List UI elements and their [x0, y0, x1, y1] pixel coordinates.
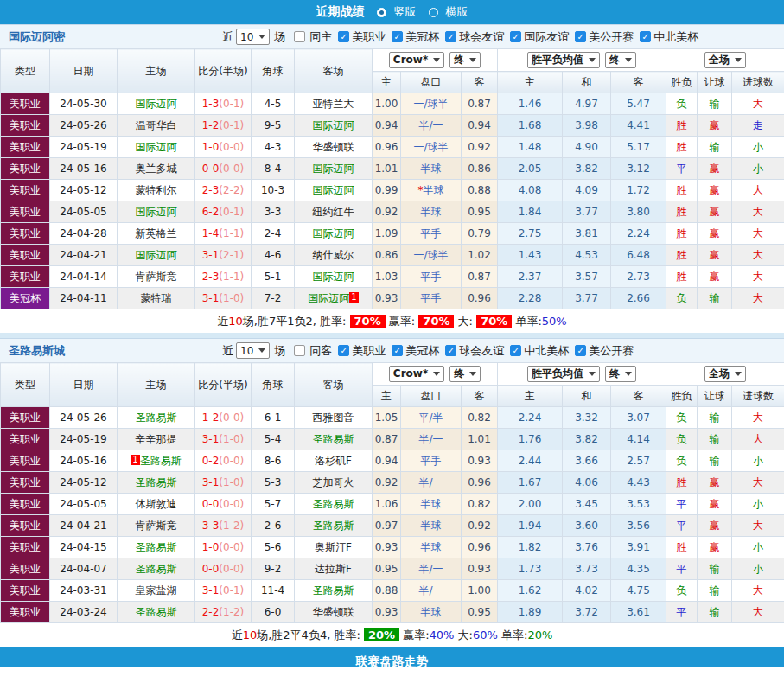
league-checkbox[interactable]: ✓: [392, 345, 403, 356]
odds-away-cell: 0.95: [462, 602, 498, 623]
home-team-name[interactable]: 圣路易斯: [136, 563, 177, 575]
away-team-name[interactable]: 华盛顿联: [313, 606, 354, 618]
away-team-name[interactable]: 奥斯汀F: [315, 541, 352, 553]
away-team-name[interactable]: 国际迈阿: [308, 292, 349, 304]
odds-source-select[interactable]: Crow*: [389, 52, 444, 68]
home-team-name[interactable]: 圣路易斯: [136, 476, 177, 488]
home-team-name[interactable]: 国际迈阿: [136, 98, 177, 110]
league-checkbox[interactable]: ✓: [445, 345, 456, 356]
team-name[interactable]: 国际迈阿密: [9, 29, 220, 45]
avg-home-cell: 1.94: [498, 515, 563, 537]
sub-column-header: 让球: [698, 386, 732, 407]
summary-text: 60%: [473, 628, 498, 641]
home-team-name[interactable]: 肯萨斯竞: [136, 271, 177, 283]
home-team-name[interactable]: 圣路易斯: [136, 411, 177, 424]
avg-final-select[interactable]: 终: [605, 52, 636, 68]
home-team-name[interactable]: 温哥华白: [136, 119, 177, 131]
away-team-name[interactable]: 圣路易斯: [313, 584, 354, 596]
scope-select[interactable]: 全场: [704, 52, 746, 68]
result-winloss-cell: 胜: [666, 137, 698, 158]
match-type-cell: 美冠杯: [1, 288, 50, 309]
team-name[interactable]: 圣路易斯城: [9, 343, 220, 359]
home-team-name[interactable]: 圣路易斯: [140, 455, 182, 467]
column-header: 类型: [1, 49, 50, 93]
same-venue-checkbox[interactable]: [294, 31, 305, 42]
league-label: 美职业: [352, 343, 386, 359]
half-time-score: (1-2): [219, 520, 244, 532]
result-winloss-cell: 胜: [666, 537, 698, 558]
away-team-name[interactable]: 圣路易斯: [313, 520, 354, 532]
away-team-name[interactable]: 国际迈阿: [313, 184, 354, 196]
score-cell: 1-2(0-0): [195, 407, 252, 429]
home-team-name[interactable]: 辛辛那提: [136, 433, 177, 445]
away-team-name[interactable]: 纳什威尔: [313, 249, 354, 261]
home-team-name[interactable]: 圣路易斯: [136, 606, 177, 618]
odds-final-select[interactable]: 终: [449, 52, 481, 68]
odds-away-cell: 0.92: [462, 515, 498, 537]
home-team-name[interactable]: 蒙特瑞: [141, 292, 172, 304]
summary-text: 单率:: [512, 315, 542, 328]
away-team-name[interactable]: 国际迈阿: [313, 119, 354, 131]
home-team-name[interactable]: 皇家盐湖: [136, 584, 177, 596]
away-team-name[interactable]: 国际迈阿: [313, 227, 354, 239]
bottom-bar[interactable]: 联赛盘路走势: [0, 647, 784, 667]
same-venue-checkbox[interactable]: [294, 345, 305, 356]
home-team-name[interactable]: 蒙特利尔: [136, 184, 177, 196]
league-checkbox[interactable]: ✓: [510, 345, 521, 356]
section-header-bar: 圣路易斯城近10场同客✓美职业✓美冠杯✓球会友谊✓中北美杯✓美公开赛: [0, 338, 784, 362]
home-team-name[interactable]: 国际迈阿: [136, 206, 177, 218]
away-team-name[interactable]: 华盛顿联: [313, 141, 354, 153]
avg-away-cell: 4.43: [611, 472, 666, 494]
league-checkbox[interactable]: ✓: [338, 345, 349, 356]
away-team-name[interactable]: 芝加哥火: [313, 476, 354, 488]
league-checkbox[interactable]: ✓: [640, 31, 651, 42]
league-checkbox[interactable]: ✓: [575, 345, 586, 356]
full-time-score: 1-3: [202, 98, 220, 110]
away-team-name[interactable]: 亚特兰大: [313, 98, 354, 110]
scope-select[interactable]: 全场: [704, 366, 746, 382]
horizontal-layout-radio[interactable]: [429, 8, 438, 17]
away-team-name[interactable]: 洛杉矶F: [315, 455, 352, 467]
away-team-name[interactable]: 国际迈阿: [313, 163, 354, 175]
away-team-name[interactable]: 圣路易斯: [313, 433, 354, 445]
vertical-layout-radio[interactable]: [377, 8, 386, 17]
home-team-name[interactable]: 圣路易斯: [136, 541, 177, 553]
home-team-cell: 1圣路易斯: [118, 450, 195, 472]
league-label: 美冠杯: [405, 29, 439, 45]
home-team-name[interactable]: 新英格兰: [136, 227, 177, 239]
league-checkbox[interactable]: ✓: [338, 31, 349, 42]
games-count-select[interactable]: 10: [236, 29, 270, 45]
handicap-text: 平手: [421, 292, 442, 304]
away-team-name[interactable]: 达拉斯F: [315, 563, 352, 575]
games-count-select[interactable]: 10: [236, 342, 270, 359]
half-time-score: (1-0): [219, 476, 244, 488]
avg-odds-select[interactable]: 胜平负均值: [527, 52, 600, 68]
away-team-name[interactable]: 纽约红牛: [313, 206, 354, 218]
chevron-down-icon: [258, 35, 265, 39]
match-date-cell: 24-04-11: [50, 288, 118, 309]
avg-away-cell: 3.80: [611, 201, 666, 223]
avg-final-select[interactable]: 终: [605, 366, 636, 382]
league-checkbox[interactable]: ✓: [445, 31, 456, 42]
summary-text: 大:: [454, 628, 473, 641]
home-team-name[interactable]: 肯萨斯竞: [136, 520, 177, 532]
home-team-name[interactable]: 国际迈阿: [136, 141, 177, 153]
score-cell: 2-2(1-2): [195, 602, 252, 623]
match-type-cell: 美职业: [1, 515, 50, 537]
avg-away-cell: 4.14: [611, 429, 666, 450]
odds-final-select[interactable]: 终: [449, 366, 481, 382]
away-team-name[interactable]: 西雅图音: [313, 411, 354, 424]
league-checkbox[interactable]: ✓: [575, 31, 586, 42]
odds-source-select[interactable]: Crow*: [389, 366, 444, 382]
home-team-name[interactable]: 休斯敦迪: [136, 498, 177, 510]
half-time-score: (0-0): [219, 455, 244, 467]
away-team-name[interactable]: 国际迈阿: [313, 271, 354, 283]
away-team-name[interactable]: 圣路易斯: [313, 498, 354, 510]
league-checkbox[interactable]: ✓: [392, 31, 403, 42]
filters-row: 近10场同客✓美职业✓美冠杯✓球会友谊✓中北美杯✓美公开赛: [220, 342, 634, 359]
league-checkbox[interactable]: ✓: [510, 31, 521, 42]
home-team-name[interactable]: 奥兰多城: [136, 163, 177, 175]
home-team-name[interactable]: 国际迈阿: [136, 249, 177, 261]
avg-odds-select[interactable]: 胜平负均值: [527, 366, 600, 382]
avg-draw-cell: 3.77: [563, 201, 611, 223]
